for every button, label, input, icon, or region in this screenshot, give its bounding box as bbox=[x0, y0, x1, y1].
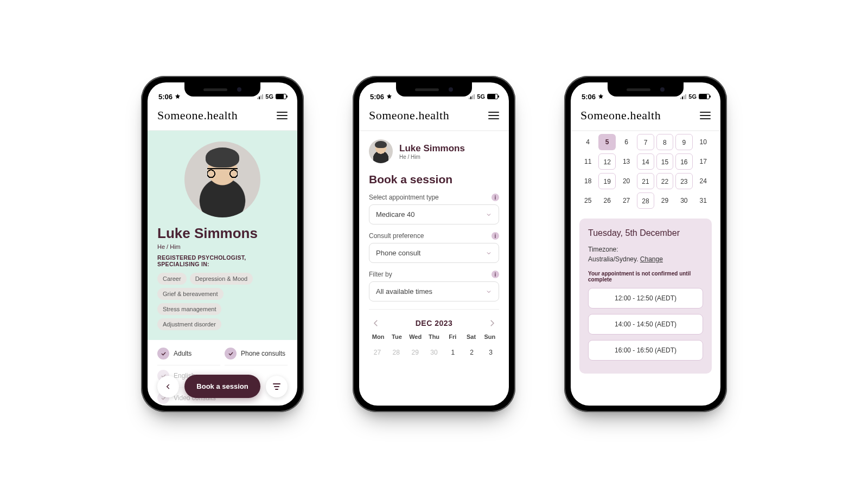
calendar-day: 11 bbox=[579, 153, 596, 170]
change-timezone-link[interactable]: Change bbox=[640, 255, 663, 263]
filter-select[interactable]: All available times bbox=[369, 281, 499, 301]
phone-slots: 5:06 5G Someone.health 45678910111213141… bbox=[564, 76, 727, 412]
chevron-down-icon bbox=[486, 250, 492, 256]
calendar-day[interactable]: 7 bbox=[637, 134, 654, 150]
menu-icon[interactable] bbox=[277, 112, 288, 119]
specialty-chip: Career bbox=[157, 273, 187, 285]
bottom-action-bar: Book a session bbox=[148, 375, 297, 398]
calendar-day: 13 bbox=[618, 153, 635, 170]
back-button[interactable] bbox=[157, 376, 179, 397]
calendar-day[interactable]: 3 bbox=[482, 344, 499, 361]
calendar-week: 45678910 bbox=[579, 134, 712, 150]
feature-phone: Phone consults bbox=[225, 348, 288, 365]
brand-logo: Someone.health bbox=[157, 108, 238, 123]
info-icon[interactable]: i bbox=[492, 194, 499, 201]
slots-panel: Tuesday, 5th December Timezone: Australi… bbox=[579, 219, 712, 374]
battery-icon bbox=[699, 94, 710, 99]
app-header: Someone.health bbox=[148, 104, 297, 131]
phone-profile: 5:06 5G Someone.health Luke Simmons He /… bbox=[141, 76, 304, 412]
calendar-day[interactable]: 16 bbox=[675, 153, 692, 170]
calendar-day: 27 bbox=[369, 344, 386, 361]
chevron-down-icon bbox=[486, 288, 492, 295]
status-network: 5G bbox=[477, 93, 485, 100]
time-slot[interactable]: 12:00 - 12:50 (AEDT) bbox=[588, 288, 703, 309]
calendar-day[interactable]: 28 bbox=[637, 192, 654, 209]
star-icon bbox=[386, 93, 392, 101]
confirm-note: Your appointment is not confirmed until … bbox=[588, 271, 703, 282]
calendar-day: 4 bbox=[579, 134, 596, 150]
calendar-day: 29 bbox=[656, 192, 673, 209]
calendar-day[interactable]: 14 bbox=[637, 153, 654, 170]
provider-pronouns: He / Him bbox=[399, 154, 465, 160]
appt-type-select[interactable]: Medicare 40 bbox=[369, 204, 499, 224]
calendar-day[interactable]: 9 bbox=[675, 134, 692, 150]
filter-label: Filter by bbox=[369, 271, 392, 278]
calendar-day[interactable]: 22 bbox=[656, 173, 673, 189]
app-header: Someone.health bbox=[359, 104, 509, 131]
prev-month-button[interactable] bbox=[371, 318, 381, 328]
status-time: 5:06 bbox=[370, 93, 384, 101]
appt-type-label: Select appointment type bbox=[369, 194, 439, 201]
info-icon[interactable]: i bbox=[492, 271, 499, 278]
calendar-week: 25262728293031 bbox=[579, 192, 712, 209]
consult-pref-select[interactable]: Phone consult bbox=[369, 243, 499, 263]
check-icon bbox=[157, 348, 169, 359]
calendar-day[interactable]: 21 bbox=[637, 173, 654, 189]
calendar-month: DEC 2023 bbox=[416, 319, 453, 328]
profile-hero: Luke Simmons He / Him REGISTERED PSYCHOL… bbox=[148, 131, 297, 340]
calendar-day: 30 bbox=[426, 344, 443, 361]
status-time: 5:06 bbox=[158, 93, 173, 101]
calendar-day[interactable]: 8 bbox=[656, 134, 673, 150]
time-slot[interactable]: 14:00 - 14:50 (AEDT) bbox=[588, 314, 703, 335]
star-icon bbox=[175, 93, 181, 101]
feature-adults: Adults bbox=[157, 348, 220, 365]
provider-avatar bbox=[184, 142, 260, 217]
filter-value: All available times bbox=[376, 287, 432, 296]
mini-profile: Luke Simmons He / Him bbox=[369, 139, 499, 163]
filter-icon bbox=[273, 383, 280, 390]
calendar-week: 18192021222324 bbox=[579, 173, 712, 189]
signal-icon bbox=[680, 94, 686, 99]
signal-icon bbox=[469, 94, 475, 99]
calendar-day[interactable]: 1 bbox=[444, 344, 461, 361]
status-time: 5:06 bbox=[582, 93, 596, 101]
specialty-chip: Adjustment disorder bbox=[157, 318, 221, 330]
consult-pref-label: Consult preference bbox=[369, 232, 424, 240]
info-icon[interactable]: i bbox=[492, 232, 499, 240]
timezone-value: Australia/Sydney. bbox=[588, 255, 639, 263]
calendar-day[interactable]: 23 bbox=[675, 173, 692, 189]
app-header: Someone.health bbox=[571, 104, 720, 131]
filter-button[interactable] bbox=[266, 376, 288, 397]
calendar-day: 27 bbox=[618, 192, 635, 209]
calendar-grid: 4567891011121314151617181920212223242526… bbox=[579, 134, 712, 209]
check-icon bbox=[225, 348, 237, 359]
status-network: 5G bbox=[688, 93, 697, 100]
specialty-chip: Grief & bereavement bbox=[157, 288, 224, 300]
book-session-button[interactable]: Book a session bbox=[184, 375, 260, 398]
calendar-dow: Mon Tue Wed Thu Fri Sat Sun bbox=[369, 333, 499, 340]
status-network: 5G bbox=[265, 93, 273, 100]
consult-pref-value: Phone consult bbox=[376, 249, 420, 257]
phone-booking: 5:06 5G Someone.health Luke Simmons He /… bbox=[353, 76, 515, 412]
calendar-day[interactable]: 5 bbox=[598, 134, 615, 150]
calendar-day: 6 bbox=[618, 134, 635, 150]
timezone-label: Timezone: bbox=[588, 246, 703, 253]
calendar-day: 17 bbox=[695, 153, 712, 170]
calendar-day: 30 bbox=[675, 192, 692, 209]
phone-notch bbox=[608, 82, 684, 97]
time-slot[interactable]: 16:00 - 16:50 (AEDT) bbox=[588, 340, 703, 361]
calendar-day[interactable]: 15 bbox=[656, 153, 673, 170]
calendar-week: 11121314151617 bbox=[579, 153, 712, 170]
menu-icon[interactable] bbox=[700, 112, 711, 119]
specialty-chips: Career Depression & Mood Grief & bereave… bbox=[157, 273, 288, 330]
calendar-day[interactable]: 19 bbox=[598, 173, 615, 189]
phone-notch bbox=[396, 82, 472, 97]
calendar-day[interactable]: 12 bbox=[598, 153, 615, 170]
menu-icon[interactable] bbox=[488, 112, 499, 119]
calendar-day: 28 bbox=[388, 344, 405, 361]
provider-name: Luke Simmons bbox=[157, 225, 288, 242]
provider-pronouns: He / Him bbox=[157, 243, 288, 250]
next-month-button[interactable] bbox=[487, 318, 497, 328]
calendar-day[interactable]: 2 bbox=[463, 344, 480, 361]
calendar-nav: DEC 2023 bbox=[369, 318, 499, 328]
